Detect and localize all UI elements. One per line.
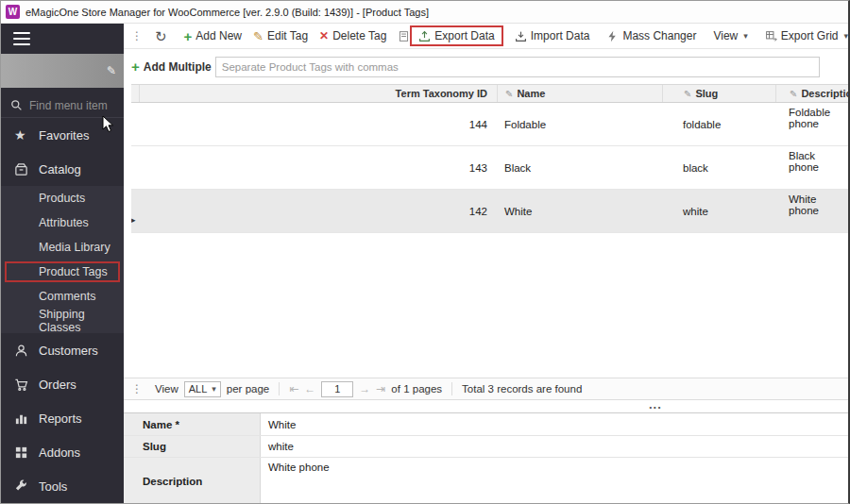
export-data-button[interactable]: Export Data xyxy=(410,25,502,46)
refresh-button[interactable]: ↻ xyxy=(149,26,173,46)
customers-icon xyxy=(14,344,39,358)
pages-count-label: of 1 pages xyxy=(391,383,442,395)
import-data-button[interactable]: Import Data xyxy=(509,26,596,45)
sidebar-item-catalog[interactable]: Catalog xyxy=(1,152,124,186)
sidebar-item-customers[interactable]: Customers xyxy=(1,333,124,367)
pencil-icon: ✎ xyxy=(790,89,797,99)
grid-header-row: Term Taxonomy ID ✎ Name ✎ Slug ✎ Descrip… xyxy=(131,84,848,103)
title-bar: W eMagicOne Store Manager for WooCommerc… xyxy=(1,1,848,24)
panel-splitter[interactable]: ... xyxy=(124,400,848,412)
selected-row-marker-icon: ▸ xyxy=(131,190,139,232)
export-up-arrow-icon xyxy=(418,30,431,42)
total-records-label: Total 3 records are found xyxy=(462,383,582,395)
cell-slug: white xyxy=(662,190,775,232)
per-page-select[interactable]: ALL ▾ xyxy=(184,381,221,397)
column-header-description[interactable]: ✎ Description xyxy=(775,85,848,102)
cell-name: Foldable xyxy=(497,103,662,145)
sidebar-item-addons[interactable]: Addons xyxy=(1,435,124,469)
toolbar-kebab-icon[interactable]: ⋮ xyxy=(131,29,144,42)
next-page-button[interactable]: → xyxy=(359,382,370,395)
sidebar-item-shipping-classes[interactable]: Shipping Classes xyxy=(1,309,124,333)
cell-description: Foldable phone xyxy=(775,103,848,145)
grid-icon xyxy=(765,30,777,42)
last-page-button[interactable]: ⇥ xyxy=(376,382,385,395)
page-number-input[interactable] xyxy=(321,381,353,397)
reports-icon xyxy=(14,412,39,426)
plus-icon: + xyxy=(131,59,140,74)
edit-tag-button[interactable]: ✎ Edit Tag xyxy=(247,26,314,45)
prev-page-button[interactable]: ← xyxy=(304,382,315,395)
sidebar-item-products[interactable]: Products xyxy=(1,186,124,210)
sidebar-item-label: Reports xyxy=(39,412,82,426)
sidebar-item-product-tags[interactable]: Product Tags xyxy=(1,260,124,284)
name-field-label: Name * xyxy=(124,413,261,435)
row-indicator xyxy=(131,103,139,145)
slug-field-label: Slug xyxy=(124,436,261,457)
column-header-slug[interactable]: ✎ Slug xyxy=(662,85,775,102)
profile-area[interactable]: ✎ xyxy=(1,54,124,88)
import-down-arrow-icon xyxy=(515,30,527,42)
cell-name: Black xyxy=(497,146,662,189)
row-indicator xyxy=(131,146,139,189)
sidebar-item-label: Tools xyxy=(39,479,67,494)
app-logo-icon: W xyxy=(6,5,20,19)
add-multiple-row: + Add Multiple xyxy=(124,49,848,84)
pagination-bar: ⋮ View ALL ▾ per page ⇤ ← → ⇥ of 1 pages… xyxy=(124,378,848,400)
column-header-name[interactable]: ✎ Name xyxy=(497,85,662,102)
sidebar-item-label: Addons xyxy=(39,445,80,460)
sidebar-item-tools[interactable]: Tools xyxy=(1,469,124,503)
per-page-label: per page xyxy=(227,383,269,395)
cell-slug: black xyxy=(662,146,775,189)
delete-tag-button[interactable]: ✕ Delete Tag xyxy=(314,26,392,45)
column-header-term-taxonomy-id[interactable]: Term Taxonomy ID xyxy=(139,85,497,102)
sidebar-item-favorites[interactable]: ★ Favorites xyxy=(1,118,124,152)
search-input[interactable] xyxy=(29,99,114,112)
splitter-handle-icon[interactable]: ... xyxy=(649,397,662,412)
sidebar-item-label: Orders xyxy=(39,378,76,392)
table-row-selected[interactable]: ▸ 142 White white White phone xyxy=(131,190,848,233)
cell-term-taxonomy-id: 142 xyxy=(139,190,497,232)
name-field-value[interactable]: White xyxy=(261,413,848,435)
slug-field-value[interactable]: white xyxy=(261,436,848,457)
sidebar-item-attributes[interactable]: Attributes xyxy=(1,210,124,235)
cell-term-taxonomy-id: 144 xyxy=(139,103,497,145)
mass-changer-button[interactable]: Mass Changer xyxy=(601,26,702,45)
view-dropdown[interactable]: View ▾ xyxy=(707,26,753,45)
toolbar: ⋮ ↻ + Add New ✎ Edit Tag ✕ Delete Tag xyxy=(124,24,848,49)
sidebar-item-media-library[interactable]: Media Library xyxy=(1,235,124,260)
first-page-button[interactable]: ⇤ xyxy=(289,382,298,395)
hamburger-menu-icon[interactable] xyxy=(1,24,124,50)
chevron-down-icon: ▾ xyxy=(843,31,848,41)
delete-icon: ✕ xyxy=(319,30,329,42)
sidebar-item-comments[interactable]: Comments xyxy=(1,284,124,309)
add-multiple-button[interactable]: + Add Multiple xyxy=(131,59,212,74)
table-row[interactable]: 144 Foldable foldable Foldable phone xyxy=(131,103,848,146)
sidebar-item-orders[interactable]: Orders xyxy=(1,367,124,401)
table-row[interactable]: 143 Black black Black phone xyxy=(131,146,848,190)
add-new-button[interactable]: + Add New xyxy=(178,26,247,46)
app-window: W eMagicOne Store Manager for WooCommerc… xyxy=(0,0,850,504)
detail-row-description: Description White phone xyxy=(124,458,848,504)
addons-icon xyxy=(14,445,39,460)
cell-name: White xyxy=(497,190,662,232)
tag-detail-panel: Name * White Slug white Description Whit… xyxy=(124,412,848,504)
sidebar-item-reports[interactable]: Reports xyxy=(1,401,124,435)
description-field-value[interactable]: White phone xyxy=(261,458,848,504)
search-icon xyxy=(10,99,23,111)
detail-row-slug: Slug white xyxy=(124,436,848,458)
grid-empty-area xyxy=(131,233,848,378)
pagination-separator xyxy=(279,382,280,395)
window-title: eMagicOne Store Manager for WooCommerce … xyxy=(26,7,429,18)
pagination-kebab-icon[interactable]: ⋮ xyxy=(131,382,144,395)
add-multiple-input[interactable] xyxy=(215,57,820,77)
tags-grid: Term Taxonomy ID ✎ Name ✎ Slug ✎ Descrip… xyxy=(131,84,848,378)
catalog-submenu: Products Attributes Media Library Produc… xyxy=(1,186,124,333)
sidebar-item-label: Customers xyxy=(39,344,98,358)
sidebar-item-label: Favorites xyxy=(39,128,89,143)
edit-profile-icon[interactable]: ✎ xyxy=(107,64,116,77)
sidebar-item-label: Catalog xyxy=(39,162,81,176)
catalog-icon xyxy=(14,162,39,176)
sidebar-search[interactable] xyxy=(1,93,124,118)
export-grid-dropdown[interactable]: Export Grid ▾ xyxy=(759,26,848,45)
cell-description: Black phone xyxy=(775,146,848,189)
